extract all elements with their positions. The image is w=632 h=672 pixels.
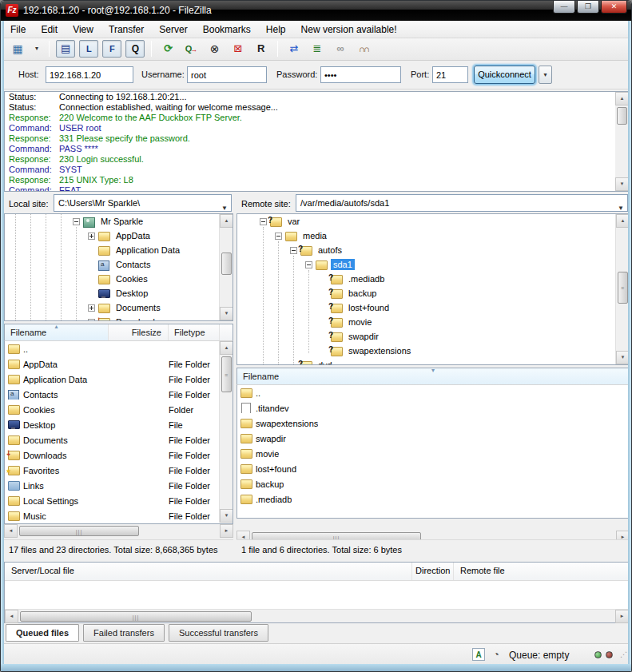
log-scrollbar[interactable]: ▲ ▼: [615, 92, 629, 191]
file-row[interactable]: Downloads File Folder: [5, 447, 233, 463]
tree-item[interactable]: Desktop: [5, 286, 233, 300]
tree-item[interactable]: var: [237, 214, 629, 229]
tree-expander-icon[interactable]: [320, 276, 328, 283]
column-header-filename[interactable]: Filename ▴: [5, 324, 109, 340]
queue-tab[interactable]: Queued files: [6, 624, 79, 642]
title-bar[interactable]: Fz 192.168.1.20 - root@192.168.1.20 - Fi…: [1, 1, 631, 21]
tree-item[interactable]: autofs: [237, 243, 629, 257]
scroll-up-arrow-icon[interactable]: ▲: [615, 92, 629, 105]
tree-item[interactable]: sda1: [237, 257, 629, 272]
file-row[interactable]: movie: [237, 446, 629, 461]
tree-item[interactable]: Documents: [5, 300, 233, 315]
scroll-down-arrow-icon[interactable]: ▼: [615, 177, 629, 191]
tree-item[interactable]: Cookies: [5, 272, 233, 286]
tree-expander-icon[interactable]: [88, 247, 95, 254]
tree-expander-icon[interactable]: [88, 233, 95, 240]
toolbar-button[interactable]: ⟳: [159, 40, 178, 58]
file-row[interactable]: Local Settings File Folder: [5, 493, 233, 508]
log-scrollbar-thumb[interactable]: [617, 107, 627, 125]
resize-grip[interactable]: ⋰: [620, 650, 628, 658]
tree-expander-icon[interactable]: [290, 247, 297, 254]
host-input[interactable]: [46, 66, 133, 83]
toolbar-button[interactable]: [49, 41, 50, 57]
maximize-button[interactable]: ❐: [577, 1, 599, 14]
column-header-server-local-file[interactable]: Server/Local file: [5, 563, 412, 580]
local-path-combobox[interactable]: C:\Users\Mr Sparkle\ ▼: [54, 194, 232, 212]
tree-expander-icon[interactable]: [320, 290, 328, 297]
menu-item[interactable]: Server: [153, 21, 193, 38]
tree-expander-icon[interactable]: [320, 333, 328, 340]
tree-item[interactable]: .mediadb: [237, 272, 629, 286]
tree-item[interactable]: backup: [237, 286, 629, 300]
queue-tab[interactable]: Failed transfers: [83, 624, 165, 642]
file-row[interactable]: Application Data File Folder: [5, 372, 233, 387]
local-list-scrollbar-thumb[interactable]: ≡: [221, 356, 232, 392]
menu-item[interactable]: Help: [260, 21, 292, 38]
tree-expander-icon[interactable]: [88, 319, 95, 322]
column-header-remote-file[interactable]: Remote file: [454, 563, 629, 580]
transfer-type-icon[interactable]: A: [472, 648, 485, 661]
file-row[interactable]: ..: [5, 341, 233, 356]
tree-item[interactable]: swapdir: [237, 329, 629, 344]
toolbar-button[interactable]: Q: [182, 40, 201, 58]
tree-expander-icon[interactable]: [260, 218, 267, 225]
scroll-down-arrow-icon[interactable]: ▼: [220, 509, 233, 523]
file-row[interactable]: swapextensions: [237, 416, 629, 431]
tree-item[interactable]: Application Data: [5, 243, 233, 257]
file-row[interactable]: Desktop File: [5, 417, 233, 432]
tree-item[interactable]: swapextensions: [237, 344, 629, 358]
toolbar-button[interactable]: L: [79, 40, 98, 58]
file-row[interactable]: ..: [237, 385, 629, 400]
menu-item[interactable]: File: [4, 21, 32, 38]
menu-item[interactable]: View: [66, 21, 100, 38]
file-row[interactable]: Favorites File Folder: [5, 463, 233, 478]
toolbar-button[interactable]: [277, 41, 278, 57]
tree-item[interactable]: AppData: [5, 229, 233, 243]
scroll-right-arrow-icon[interactable]: ►: [615, 610, 629, 623]
file-row[interactable]: Links File Folder: [5, 478, 233, 493]
tree-item[interactable]: Contacts: [5, 257, 233, 272]
menu-item[interactable]: Edit: [34, 21, 64, 38]
menu-item[interactable]: Transfer: [102, 21, 150, 38]
local-list-hscrollbar[interactable]: ◄ ||| ►: [4, 524, 233, 538]
file-row[interactable]: AppData File Folder: [5, 356, 233, 372]
password-input[interactable]: [320, 66, 401, 83]
toolbar-button[interactable]: ▤: [56, 40, 75, 58]
queue-tab[interactable]: Successful transfers: [169, 624, 268, 642]
minimize-button[interactable]: —: [553, 1, 575, 14]
speed-limits-icon[interactable]: ◔: [490, 648, 503, 661]
tree-expander-icon[interactable]: [88, 261, 95, 268]
file-row[interactable]: .titandev: [237, 400, 629, 416]
tree-expander-icon[interactable]: [320, 319, 328, 326]
toolbar-button[interactable]: [151, 41, 152, 57]
queue-hscrollbar[interactable]: ◄ ||| ►: [5, 609, 629, 622]
toolbar-button[interactable]: F: [102, 40, 121, 58]
tree-item[interactable]: Downloads: [5, 315, 233, 321]
tree-expander-icon[interactable]: [88, 276, 95, 283]
tree-expander-icon[interactable]: [88, 304, 95, 312]
file-row[interactable]: backup: [237, 476, 629, 491]
file-row[interactable]: Documents File Folder: [5, 432, 233, 447]
toolbar-button[interactable]: ∩∩: [354, 40, 373, 58]
toolbar-button[interactable]: ⇄: [284, 40, 304, 58]
scroll-right-arrow-icon[interactable]: ►: [220, 524, 233, 538]
tree-item[interactable]: dvd: [237, 358, 629, 365]
file-row[interactable]: swapdir: [237, 431, 629, 446]
file-row[interactable]: .mediadb: [237, 491, 629, 507]
column-header-direction[interactable]: Direction: [412, 563, 454, 580]
tree-item[interactable]: media: [237, 229, 629, 243]
tree-item[interactable]: Mr Sparkle: [5, 214, 233, 229]
tree-expander-icon[interactable]: [320, 348, 328, 355]
remote-path-combobox[interactable]: /var/media/autofs/sda1 ▼: [296, 194, 628, 212]
toolbar-button[interactable]: ▾: [31, 40, 42, 58]
tree-expander-icon[interactable]: [275, 233, 282, 240]
toolbar-button[interactable]: Q: [125, 40, 145, 58]
scroll-up-arrow-icon[interactable]: ▲: [220, 341, 233, 355]
file-row[interactable]: Cookies Folder: [5, 402, 233, 417]
local-list-scrollbar[interactable]: ▲ ≡ ▼: [219, 341, 233, 523]
file-row[interactable]: Music File Folder: [5, 508, 233, 523]
tree-item[interactable]: movie: [237, 315, 629, 329]
quickconnect-button[interactable]: Quickconnect: [474, 66, 535, 84]
tree-item[interactable]: lost+found: [237, 300, 629, 315]
tree-expander-icon[interactable]: [73, 218, 80, 225]
